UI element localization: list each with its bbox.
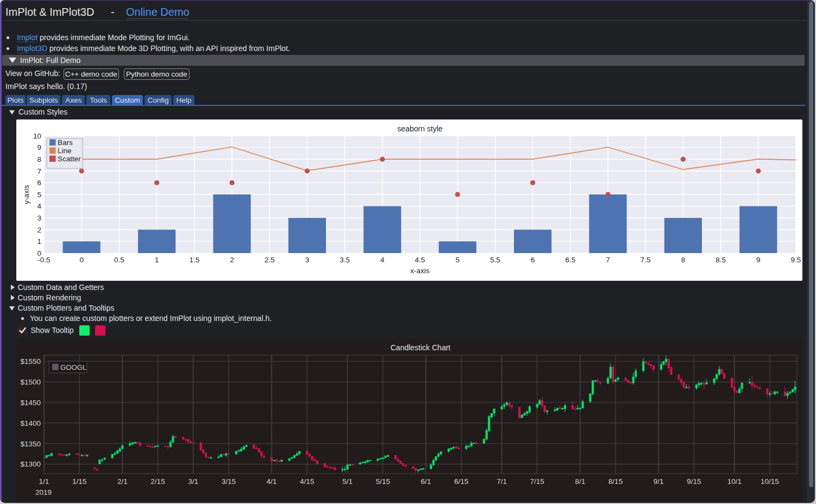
svg-text:0.5: 0.5 [114,256,124,264]
svg-text:4: 4 [380,256,385,264]
svg-text:$1300: $1300 [20,460,41,468]
svg-text:$1500: $1500 [20,378,41,386]
svg-text:5/1: 5/1 [342,477,353,486]
svg-text:3/1: 3/1 [188,477,198,486]
svg-text:y-axis: y-axis [22,185,30,204]
svg-text:4.5: 4.5 [415,256,425,264]
svg-text:10/1: 10/1 [727,477,742,486]
svg-text:7/1: 7/1 [497,477,507,486]
svg-text:9: 9 [37,143,41,152]
svg-text:4: 4 [37,202,41,210]
svg-text:8/1: 8/1 [575,477,586,486]
svg-text:2.5: 2.5 [265,256,275,264]
svg-text:Line: Line [58,147,72,155]
svg-text:0: 0 [79,256,84,264]
svg-text:8/15: 8/15 [608,477,623,486]
svg-text:4/1: 4/1 [267,477,277,486]
svg-text:6/15: 6/15 [454,477,468,486]
svg-text:6/1: 6/1 [421,477,431,486]
svg-text:$1550: $1550 [20,357,41,366]
svg-text:9: 9 [756,256,761,264]
svg-text:2: 2 [230,256,234,264]
svg-text:5.5: 5.5 [490,256,500,264]
svg-text:7: 7 [606,256,610,264]
svg-text:3: 3 [305,256,310,264]
svg-text:10: 10 [33,132,41,140]
svg-text:2/1: 2/1 [117,477,128,486]
svg-text:3/15: 3/15 [222,477,236,486]
svg-text:Candlestick Chart: Candlestick Chart [391,343,451,352]
svg-text:seaborn style: seaborn style [397,124,442,133]
svg-text:8: 8 [681,256,686,264]
svg-text:1/15: 1/15 [72,477,86,486]
svg-text:0: 0 [37,249,41,257]
svg-text:7/15: 7/15 [530,477,544,486]
svg-text:2: 2 [37,226,41,234]
svg-text:2019: 2019 [35,488,52,496]
svg-text:6: 6 [37,179,41,187]
svg-text:7: 7 [37,167,41,175]
svg-text:Scatter: Scatter [58,155,81,163]
svg-text:6.5: 6.5 [565,256,575,264]
svg-text:1: 1 [155,256,159,264]
svg-text:3: 3 [37,214,41,222]
svg-text:Bars: Bars [58,138,73,147]
svg-text:4/15: 4/15 [300,477,314,486]
svg-text:x-axis: x-axis [410,267,430,275]
svg-text:5/15: 5/15 [376,477,390,486]
svg-text:$1350: $1350 [20,440,41,448]
svg-text:GOOGL: GOOGL [60,363,86,371]
svg-text:10/15: 10/15 [761,477,779,486]
svg-text:9/1: 9/1 [654,477,664,486]
svg-text:1: 1 [37,237,41,245]
svg-text:3.5: 3.5 [340,256,350,264]
svg-text:$1450: $1450 [20,399,41,407]
svg-text:2/15: 2/15 [150,477,165,486]
svg-text:1/1: 1/1 [39,477,49,486]
svg-text:$1400: $1400 [20,419,41,427]
svg-text:9/15: 9/15 [687,477,701,486]
svg-text:5: 5 [37,191,41,199]
svg-text:8.5: 8.5 [715,256,726,264]
svg-text:8: 8 [37,155,41,163]
svg-text:6: 6 [531,256,535,264]
svg-text:9.5: 9.5 [791,256,801,264]
svg-text:5: 5 [455,256,460,264]
svg-text:1.5: 1.5 [189,256,199,264]
svg-text:7.5: 7.5 [641,256,651,264]
